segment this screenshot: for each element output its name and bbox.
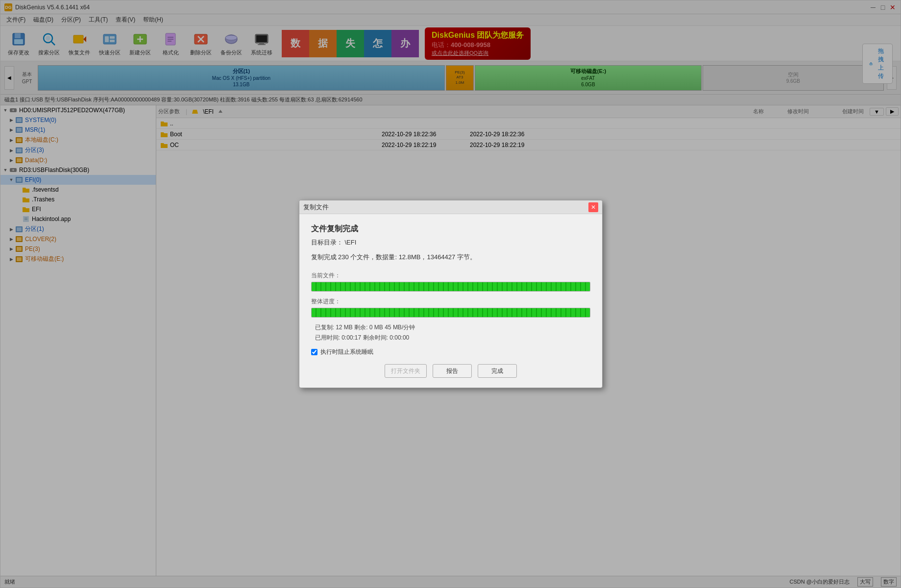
modal-close-button[interactable]: ✕ xyxy=(588,202,598,212)
modal-title-bar: 复制文件 ✕ xyxy=(299,200,602,214)
current-progress-fill xyxy=(312,282,590,291)
target-dir-label: 目标目录： xyxy=(311,239,343,246)
copy-file-modal: 复制文件 ✕ 文件复制完成 目标目录：\EFI 复制完成 230 个文件，数据量… xyxy=(299,200,603,388)
overall-progress-fill xyxy=(312,308,590,317)
overall-progress-label: 整体进度： xyxy=(311,297,590,306)
sleep-prevent-checkbox[interactable] xyxy=(311,349,317,355)
modal-stats-line2: 已用时间: 0:00:17 剩余时间: 0:00:00 xyxy=(311,334,590,342)
current-progress-bar xyxy=(311,282,590,292)
sleep-prevent-label: 执行时阻止系统睡眠 xyxy=(320,348,373,356)
modal-buttons: 打开文件夹 报告 完成 xyxy=(311,364,590,378)
done-button[interactable]: 完成 xyxy=(478,364,517,378)
current-file-label: 当前文件： xyxy=(311,271,590,280)
overall-progress-bar xyxy=(311,308,590,318)
report-button[interactable]: 报告 xyxy=(433,364,472,378)
target-dir-value: \EFI xyxy=(345,239,357,246)
modal-overlay: 复制文件 ✕ 文件复制完成 目标目录：\EFI 复制完成 230 个文件，数据量… xyxy=(0,0,901,588)
open-folder-button[interactable]: 打开文件夹 xyxy=(385,364,427,378)
modal-stats-line1: 已复制: 12 MB 剩余: 0 MB 45 MB/分钟 xyxy=(311,323,590,332)
modal-body: 文件复制完成 目标目录：\EFI 复制完成 230 个文件，数据量: 12.8M… xyxy=(299,214,602,388)
modal-title: 复制文件 xyxy=(303,203,588,212)
modal-description: 复制完成 230 个文件，数据量: 12.8MB，13464427 字节。 xyxy=(311,253,590,262)
modal-checkbox-row: 执行时阻止系统睡眠 xyxy=(311,348,590,356)
modal-subheading: 目标目录：\EFI xyxy=(311,238,590,247)
modal-heading: 文件复制完成 xyxy=(311,224,590,234)
